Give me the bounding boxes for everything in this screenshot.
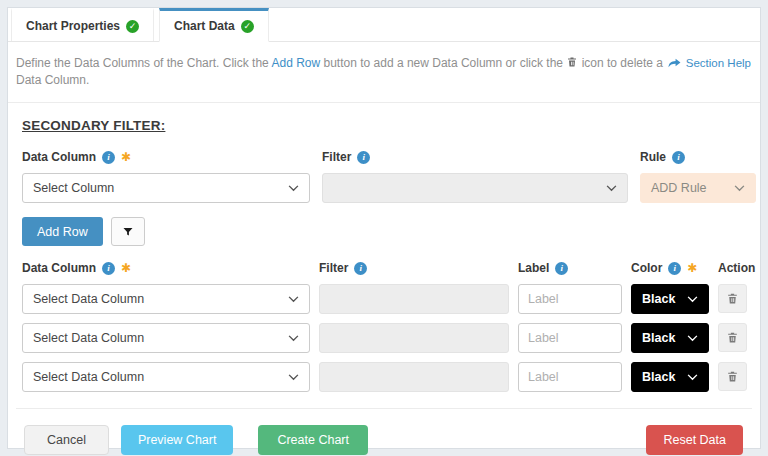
- delete-row-button[interactable]: [718, 362, 747, 391]
- info-icon[interactable]: i: [668, 262, 681, 275]
- select-value: Black: [642, 331, 675, 345]
- required-asterisk: ✱: [121, 262, 131, 274]
- chevron-down-icon: [606, 185, 617, 192]
- info-icon[interactable]: i: [672, 151, 685, 164]
- select-value: Select Data Column: [33, 370, 144, 384]
- header-color: Color i ✱: [631, 261, 709, 275]
- chevron-down-icon: [734, 185, 745, 192]
- section-help-link[interactable]: Section Help: [668, 57, 751, 69]
- tab-chart-properties[interactable]: Chart Properties ✓: [11, 8, 154, 41]
- secondary-filter-label-row: Data Column i ✱ Filter i Rule i: [16, 150, 752, 173]
- description-text: Define the Data Columns of the Chart. Cl…: [16, 55, 668, 89]
- chevron-down-icon: [288, 374, 299, 381]
- header-label: Label i: [518, 261, 622, 275]
- trash-icon: [726, 331, 739, 344]
- chevron-down-icon: [687, 374, 698, 381]
- delete-row-button[interactable]: [718, 284, 747, 313]
- data-column-row: Select Data Column Black: [16, 362, 752, 392]
- data-table-header-row: Data Column i ✱ Filter i Label i Color i…: [16, 261, 752, 284]
- required-asterisk: ✱: [687, 262, 697, 274]
- color-select[interactable]: Black: [631, 323, 709, 353]
- color-select[interactable]: Black: [631, 284, 709, 314]
- label-input[interactable]: [518, 362, 622, 392]
- tab-label: Chart Properties: [26, 19, 120, 33]
- create-chart-button[interactable]: Create Chart: [258, 425, 368, 455]
- check-circle-icon: ✓: [241, 20, 254, 33]
- select-value: Select Data Column: [33, 331, 144, 345]
- data-column-row: Select Data Column Black: [16, 284, 752, 314]
- add-row-button[interactable]: Add Row: [22, 217, 103, 246]
- select-value: ADD Rule: [651, 181, 707, 195]
- funnel-icon: [122, 226, 134, 238]
- chart-editor-panel: Chart Properties ✓ Chart Data ✓ Define t…: [7, 7, 761, 449]
- select-value: Black: [642, 370, 675, 384]
- info-icon[interactable]: i: [354, 262, 367, 275]
- header-action: Action: [718, 261, 756, 275]
- data-column-row: Select Data Column Black: [16, 323, 752, 353]
- section-help-arrow-icon: [668, 58, 681, 69]
- header-data-column: Data Column i ✱: [22, 261, 310, 275]
- check-circle-icon: ✓: [126, 20, 139, 33]
- info-icon[interactable]: i: [102, 262, 115, 275]
- filter-toggle-button[interactable]: [111, 217, 145, 246]
- delete-row-button[interactable]: [718, 323, 747, 352]
- label-input[interactable]: [518, 323, 622, 353]
- color-select[interactable]: Black: [631, 362, 709, 392]
- data-column-select[interactable]: Select Data Column: [22, 323, 310, 353]
- info-icon[interactable]: i: [555, 262, 568, 275]
- row-toolbar: Add Row: [22, 217, 752, 246]
- filter-input-disabled: [319, 284, 509, 314]
- section-help-label: Section Help: [686, 57, 751, 69]
- data-column-label: Data Column i ✱: [22, 150, 310, 164]
- description-part: button to add a new Data Column or click…: [320, 56, 566, 70]
- filter-input-disabled: [319, 323, 509, 353]
- rule-select[interactable]: ADD Rule: [640, 173, 756, 203]
- secondary-column-select[interactable]: Select Column: [22, 173, 310, 203]
- chevron-down-icon: [687, 296, 698, 303]
- filter-label: Filter i: [322, 150, 628, 164]
- data-column-select[interactable]: Select Data Column: [22, 362, 310, 392]
- rule-label: Rule i: [640, 150, 756, 164]
- secondary-filter-heading: SECONDARY FILTER:: [22, 118, 752, 133]
- tab-chart-data[interactable]: Chart Data ✓: [159, 8, 269, 42]
- label-input[interactable]: [518, 284, 622, 314]
- add-row-inline-link[interactable]: Add Row: [271, 56, 320, 70]
- header-filter: Filter i: [319, 261, 509, 275]
- data-column-select[interactable]: Select Data Column: [22, 284, 310, 314]
- trash-icon: [566, 56, 578, 68]
- tab-bar: Chart Properties ✓ Chart Data ✓: [8, 8, 760, 42]
- secondary-filter-select: [322, 173, 628, 203]
- preview-chart-button[interactable]: Preview Chart: [121, 425, 234, 455]
- trash-icon: [726, 292, 739, 305]
- filter-input-disabled: [319, 362, 509, 392]
- chevron-down-icon: [288, 296, 299, 303]
- chevron-down-icon: [288, 335, 299, 342]
- info-icon[interactable]: i: [357, 151, 370, 164]
- secondary-filter-control-row: Select Column ADD Rule: [16, 173, 752, 203]
- cancel-button[interactable]: Cancel: [24, 425, 109, 455]
- info-icon[interactable]: i: [102, 151, 115, 164]
- chevron-down-icon: [687, 335, 698, 342]
- footer-action-bar: Cancel Preview Chart Create Chart Reset …: [16, 408, 752, 455]
- trash-icon: [726, 370, 739, 383]
- tab-label: Chart Data: [174, 19, 235, 33]
- description-part: Define the Data Columns of the Chart. Cl…: [16, 56, 271, 70]
- section-description: Define the Data Columns of the Chart. Cl…: [8, 42, 760, 103]
- chevron-down-icon: [288, 185, 299, 192]
- reset-data-button[interactable]: Reset Data: [646, 425, 743, 455]
- chart-data-content: SECONDARY FILTER: Data Column i ✱ Filter…: [8, 118, 760, 455]
- select-value: Black: [642, 292, 675, 306]
- required-asterisk: ✱: [121, 151, 131, 163]
- select-value: Select Column: [33, 181, 114, 195]
- select-value: Select Data Column: [33, 292, 144, 306]
